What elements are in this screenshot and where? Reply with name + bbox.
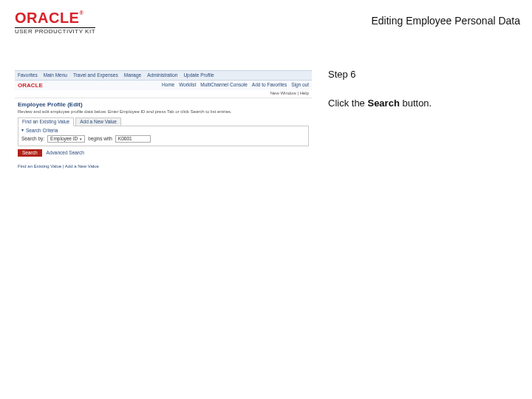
breadcrumb-bar: Favorites Main Menu Travel and Expenses … [15, 70, 312, 81]
link-addfav[interactable]: Add to Favorites [252, 82, 287, 89]
upk-subbrand: USER PRODUCTIVITY KIT [15, 27, 95, 35]
instruction-panel: Step 6 Click the Search button. [312, 70, 520, 109]
link-signout[interactable]: Sign out [291, 82, 309, 89]
link-mcc[interactable]: MultiChannel Console [200, 82, 248, 89]
link-home[interactable]: Home [162, 82, 174, 89]
breadcrumb-item[interactable]: Favorites [18, 72, 38, 78]
tab-find-existing[interactable]: Find an Existing Value [18, 117, 74, 126]
section-title: Employee Profile (Edit) [15, 98, 312, 109]
mode-tabs: Find an Existing Value Add a New Value [15, 117, 312, 126]
top-links: Home Worklist MultiChannel Console Add t… [162, 82, 309, 89]
instruction-prefix: Click the [328, 98, 367, 109]
breadcrumb-item[interactable]: Travel and Expenses [73, 72, 118, 78]
mini-oracle-logo: ORACLE [18, 82, 43, 89]
breadcrumb-item[interactable]: Main Menu [44, 72, 67, 78]
embedded-screenshot: Favorites Main Menu Travel and Expenses … [15, 70, 312, 174]
section-blurb: Review and edit employee profile data be… [15, 108, 312, 117]
instruction-text: Click the Search button. [328, 98, 520, 109]
oracle-logo-text: ORACLE® [15, 10, 95, 25]
advanced-search-link[interactable]: Advanced Search [47, 150, 84, 156]
search-value-input[interactable]: K0001 [115, 135, 151, 143]
search-panel: ▾ Search Criteria Search by: Employee ID… [18, 126, 309, 146]
step-label: Step 6 [328, 69, 520, 80]
instruction-suffix: button. [400, 98, 432, 109]
search-criteria-toggle[interactable]: ▾ Search Criteria [21, 128, 305, 135]
breadcrumb-item[interactable]: Update Profile [183, 72, 214, 78]
chevron-down-icon: ▾ [21, 128, 24, 133]
topic-title: Editing Employee Personal Data [371, 15, 520, 27]
tab-add-new[interactable]: Add a New Value [75, 117, 121, 126]
instruction-bold: Search [367, 98, 399, 109]
search-criteria-label: Search Criteria [26, 128, 58, 134]
search-by-label: Search by: [21, 136, 44, 142]
search-by-dropdown[interactable]: Employee ID [47, 135, 85, 143]
breadcrumb-item[interactable]: Administration [147, 72, 177, 78]
search-button[interactable]: Search [18, 149, 42, 157]
oracle-upk-logo: ORACLE® USER PRODUCTIVITY KIT [15, 10, 95, 35]
breadcrumb-item[interactable]: Manage [124, 72, 142, 78]
link-worklist[interactable]: Worklist [179, 82, 196, 89]
trademark: ® [79, 10, 83, 16]
window-toolbar[interactable]: New Window | Help [15, 90, 312, 98]
oracle-wordmark: ORACLE [15, 10, 79, 26]
foot-links[interactable]: Find an Existing Value | Add a New Value [15, 160, 312, 174]
search-prefix-label: begins with [88, 136, 112, 142]
